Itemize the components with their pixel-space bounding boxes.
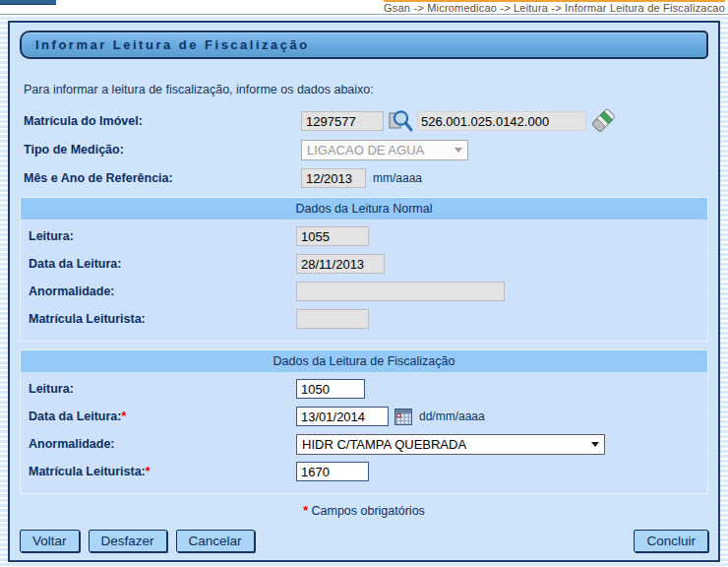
matricula-leiturista-fiscalizacao-label: Matrícula Leiturista:* bbox=[21, 465, 296, 478]
row-data-leitura-normal: Data da Leitura: bbox=[21, 253, 707, 275]
anormalidade-fiscalizacao-label: Anormalidade: bbox=[21, 437, 296, 451]
desfazer-button[interactable]: Desfazer bbox=[89, 530, 167, 552]
section-leitura-normal: Dados da Leitura Normal Leitura: Data da… bbox=[20, 197, 708, 342]
breadcrumb: Gsan -> Micromedicao -> Leitura -> Infor… bbox=[384, 0, 725, 14]
intro-text: Para informar a leitura de fiscalização,… bbox=[24, 83, 708, 96]
tipo-medicao-label: Tipo de Medição: bbox=[20, 143, 301, 157]
page-title: Informar Leitura de Fiscalização bbox=[35, 37, 310, 52]
search-icon[interactable] bbox=[389, 109, 414, 133]
row-anormalidade-fiscalizacao: Anormalidade: HIDR C/TAMPA QUEBRADA bbox=[21, 433, 707, 455]
leitura-normal-input bbox=[296, 226, 369, 246]
required-note-text: Campos obrigatórios bbox=[312, 504, 425, 518]
required-asterisk: * bbox=[303, 504, 308, 518]
row-tipo-medicao: Tipo de Medição: LIGACAO DE AGUA bbox=[20, 139, 708, 160]
matricula-leiturista-normal-input bbox=[296, 309, 369, 329]
tipo-medicao-value: LIGACAO DE AGUA bbox=[307, 143, 424, 158]
tipo-medicao-select: LIGACAO DE AGUA bbox=[301, 140, 468, 160]
data-leitura-fiscalizacao-label: Data da Leitura:* bbox=[21, 410, 296, 423]
matricula-imovel-label: Matrícula do Imóvel: bbox=[20, 114, 301, 128]
anormalidade-normal-label: Anormalidade: bbox=[21, 284, 296, 298]
header-tab-remnant bbox=[0, 0, 56, 5]
row-matricula-imovel: Matrícula do Imóvel: 526.001.025.0142.00… bbox=[20, 110, 708, 132]
striped-background: Informar Leitura de Fiscalização Para in… bbox=[0, 15, 728, 567]
leitura-fiscalizacao-input[interactable] bbox=[296, 379, 365, 399]
mes-ano-format-hint: mm/aaaa bbox=[373, 171, 422, 185]
anormalidade-fiscalizacao-value: HIDR C/TAMPA QUEBRADA bbox=[302, 437, 466, 452]
row-leitura-fiscalizacao: Leitura: bbox=[21, 378, 707, 400]
mes-ano-label: Mês e Ano de Referência: bbox=[20, 171, 301, 185]
data-leitura-fiscalizacao-input[interactable] bbox=[296, 407, 389, 426]
calendar-icon[interactable] bbox=[394, 409, 412, 425]
eraser-icon[interactable] bbox=[590, 107, 615, 135]
section-leitura-fiscalizacao-title: Dados da Leitura de Fiscalização bbox=[21, 350, 707, 372]
anormalidade-fiscalizacao-select[interactable]: HIDR C/TAMPA QUEBRADA bbox=[296, 434, 605, 455]
leitura-fiscalizacao-label: Leitura: bbox=[21, 382, 296, 396]
anormalidade-normal-input bbox=[296, 282, 505, 301]
row-matricula-leiturista-normal: Matrícula Leiturista: bbox=[21, 308, 707, 330]
inscricao-display: 526.001.025.0142.000 bbox=[417, 111, 586, 131]
concluir-button[interactable]: Concluir bbox=[634, 530, 708, 552]
chevron-down-icon bbox=[591, 442, 599, 447]
required-asterisk: * bbox=[146, 465, 151, 478]
row-leitura-normal: Leitura: bbox=[21, 225, 707, 247]
mes-ano-input bbox=[301, 168, 366, 188]
page-title-bar: Informar Leitura de Fiscalização bbox=[20, 31, 708, 59]
button-row: Voltar Desfazer Cancelar Concluir bbox=[20, 530, 708, 552]
matricula-leiturista-normal-label: Matrícula Leiturista: bbox=[21, 312, 296, 326]
data-fiscalizacao-format-hint: dd/mm/aaaa bbox=[419, 410, 485, 423]
chevron-down-icon bbox=[455, 148, 462, 153]
required-asterisk: * bbox=[121, 410, 126, 423]
data-leitura-normal-label: Data da Leitura: bbox=[21, 257, 296, 271]
voltar-button[interactable]: Voltar bbox=[20, 530, 80, 552]
row-matricula-leiturista-fiscalizacao: Matrícula Leiturista:* bbox=[21, 461, 707, 482]
form-container: Informar Leitura de Fiscalização Para in… bbox=[8, 21, 720, 562]
row-mes-ano: Mês e Ano de Referência: mm/aaaa bbox=[20, 167, 708, 189]
data-leitura-normal-input bbox=[296, 254, 385, 274]
required-fields-note: * Campos obrigatórios bbox=[20, 504, 708, 518]
cancelar-button[interactable]: Cancelar bbox=[176, 530, 255, 552]
matricula-leiturista-fiscalizacao-input[interactable] bbox=[296, 462, 369, 481]
section-leitura-normal-title: Dados da Leitura Normal bbox=[21, 198, 707, 220]
section-leitura-fiscalizacao: Dados da Leitura de Fiscalização Leitura… bbox=[20, 349, 708, 494]
row-data-leitura-fiscalizacao: Data da Leitura:* dd/mm/aaaa bbox=[21, 406, 707, 427]
row-anormalidade-normal: Anormalidade: bbox=[21, 281, 707, 302]
top-bar: Gsan -> Micromedicao -> Leitura -> Infor… bbox=[0, 0, 728, 15]
leitura-normal-label: Leitura: bbox=[21, 229, 296, 243]
matricula-imovel-input[interactable] bbox=[301, 111, 384, 131]
